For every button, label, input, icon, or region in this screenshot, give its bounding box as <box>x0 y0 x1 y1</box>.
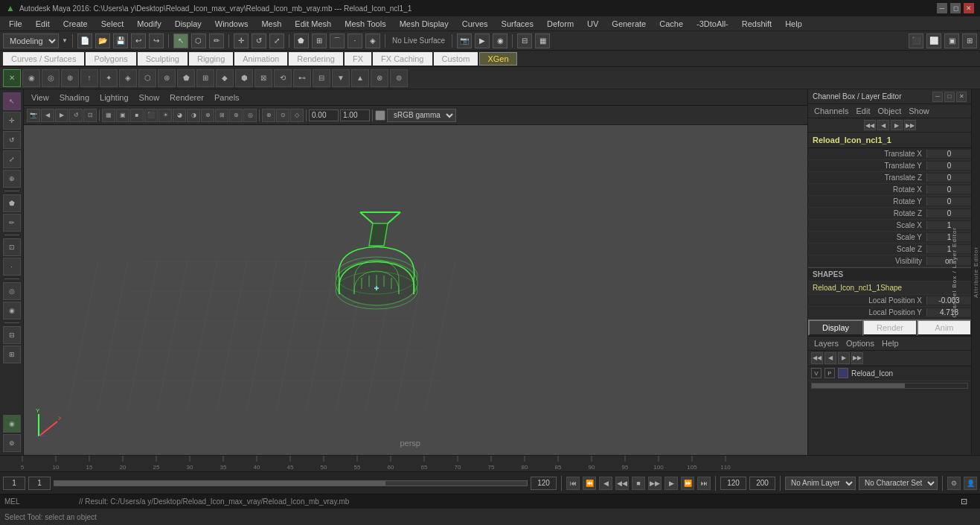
layer-nav-prev[interactable]: ◀ <box>824 352 836 364</box>
rotate-tool-left[interactable]: ↺ <box>3 131 21 149</box>
isolate-left[interactable]: ⊞ <box>3 346 21 363</box>
tool-icon-20[interactable]: ⊚ <box>390 69 408 87</box>
menu-select[interactable]: Select <box>95 18 130 30</box>
new-scene-btn[interactable]: 📄 <box>77 34 92 48</box>
tool-icon-14[interactable]: ⟲ <box>274 69 292 87</box>
tool-icon-1[interactable]: ◉ <box>22 69 40 87</box>
scale-tool-btn[interactable]: ⤢ <box>269 34 284 48</box>
paint-select-btn[interactable]: ✏ <box>209 34 224 48</box>
component-mask-left[interactable]: ◉ <box>3 302 21 319</box>
layer-scrollbar[interactable] <box>811 383 968 389</box>
tool-icon-8[interactable]: ⊛ <box>158 69 176 87</box>
scrollbar-thumb[interactable] <box>812 384 905 388</box>
menu-surfaces[interactable]: Surfaces <box>496 18 539 30</box>
menu-deform[interactable]: Deform <box>541 18 580 30</box>
viewport-canvas[interactable]: X Y Z persp <box>24 125 807 455</box>
stop-btn[interactable]: ■ <box>632 477 645 490</box>
tool-icon-11[interactable]: ◆ <box>216 69 234 87</box>
menu-modify[interactable]: Modify <box>131 18 167 30</box>
cb-scroll-left-btn[interactable]: ◀ <box>877 120 889 130</box>
camera-btn[interactable]: 📷 <box>457 34 472 48</box>
select-tool-left[interactable]: ↖ <box>3 92 21 110</box>
vp-pivot2-btn[interactable]: ⊙ <box>276 109 289 122</box>
vp-light-btn[interactable]: ☀ <box>158 109 172 122</box>
undo-btn[interactable]: ↩ <box>131 34 146 48</box>
gamma-swatch[interactable] <box>375 110 385 121</box>
vp-detail-btn[interactable]: ⊕ <box>201 109 214 122</box>
tab-fx[interactable]: FX <box>345 52 371 66</box>
tab-rendering[interactable]: Rendering <box>289 52 343 66</box>
mode-dropdown[interactable]: Modeling <box>3 34 59 48</box>
view-cube-left[interactable]: ⊡ <box>3 238 21 256</box>
attr-local-pos-x[interactable]: Local Position X -0.003 <box>808 295 971 307</box>
prev-key-btn[interactable]: ⏪ <box>583 477 596 490</box>
attr-value-rotatex[interactable]: 0 <box>926 185 971 194</box>
viewport-menu-renderer[interactable]: Renderer <box>165 93 208 102</box>
layout-btn-4[interactable]: ⊞ <box>962 34 977 48</box>
range-end-input[interactable] <box>720 477 746 490</box>
redo-btn[interactable]: ↪ <box>149 34 164 48</box>
attr-value-scalez[interactable]: 1 <box>926 245 971 253</box>
snap-surface-btn[interactable]: ◈ <box>365 34 380 48</box>
select-mask-left[interactable]: ◎ <box>3 282 21 300</box>
menu-cache[interactable]: Cache <box>653 18 689 30</box>
menu-windows[interactable]: Windows <box>209 18 254 30</box>
menu-display[interactable]: Display <box>169 18 208 30</box>
rotate-tool-btn[interactable]: ↺ <box>252 34 266 48</box>
cb-menu-channels[interactable]: Channels <box>811 106 851 116</box>
menu-3dtool[interactable]: -3DtoAll- <box>691 18 734 30</box>
attr-rotate-y[interactable]: Rotate Y 0 <box>808 196 971 208</box>
tool-icon-3[interactable]: ⊕ <box>61 69 79 87</box>
layer-nav-next[interactable]: ▶ <box>838 352 850 364</box>
tool-icon-2[interactable]: ◎ <box>42 69 60 87</box>
menu-uv[interactable]: UV <box>581 18 604 30</box>
layer-nav-first[interactable]: ◀◀ <box>811 352 823 364</box>
menu-create[interactable]: Create <box>57 18 94 30</box>
layout-btn-2[interactable]: ⬜ <box>926 34 941 48</box>
attr-translate-y[interactable]: Translate Y 0 <box>808 160 971 172</box>
open-scene-btn[interactable]: 📂 <box>95 34 110 48</box>
menu-edit[interactable]: Edit <box>30 18 56 30</box>
vp-btn-cycle[interactable]: ↺ <box>69 109 83 122</box>
tab-xgen[interactable]: XGen <box>479 52 516 66</box>
tool-icon-6[interactable]: ◈ <box>119 69 137 87</box>
cb-scroll-down-btn[interactable]: ▶▶ <box>904 120 916 130</box>
soft-select-left[interactable]: ⬟ <box>3 194 21 212</box>
go-start-btn[interactable]: ⏮ <box>566 477 580 490</box>
close-button[interactable]: ✕ <box>964 3 974 13</box>
attr-value-translatez[interactable]: 0 <box>926 174 971 182</box>
anim-prefs-btn[interactable]: ⚙ <box>947 477 961 490</box>
attr-value-scalex[interactable]: 1 <box>926 221 971 229</box>
next-frame-btn[interactable]: ▶ <box>664 477 678 490</box>
layout-btn-3[interactable]: ▣ <box>944 34 959 48</box>
attr-scale-x[interactable]: Scale X 1 <box>808 220 971 232</box>
attributes-scroll-area[interactable]: Translate X 0 Translate Y 0 Translate Z … <box>808 148 971 267</box>
menu-redshift[interactable]: Redshift <box>736 18 778 30</box>
tool-icon-12[interactable]: ⬢ <box>235 69 253 87</box>
frame-range-slider[interactable] <box>54 480 528 486</box>
viewport-menu-panels[interactable]: Panels <box>210 93 244 102</box>
layer-menu-options[interactable]: Options <box>843 338 877 349</box>
select-tool-btn[interactable]: ↖ <box>173 34 188 48</box>
cb-expand-btn[interactable]: □ <box>944 92 955 102</box>
vp-pivot3-btn[interactable]: ◇ <box>290 109 304 122</box>
tab-display[interactable]: Display <box>808 319 862 336</box>
vp-texture-btn[interactable]: ⬛ <box>144 109 158 122</box>
vp-wireframe-btn[interactable]: ▦ <box>102 109 115 122</box>
universal-tool-left[interactable]: ⊕ <box>3 170 21 188</box>
layer-visibility-btn[interactable]: V <box>811 368 822 378</box>
layer-playback-btn[interactable]: P <box>824 368 835 378</box>
vp-pivot-btn[interactable]: ⊗ <box>262 109 275 122</box>
translate-input[interactable] <box>309 109 339 121</box>
attr-local-pos-y[interactable]: Local Position Y 4.718 <box>808 307 971 319</box>
vp-btn-hud[interactable]: ⊡ <box>83 109 97 122</box>
tool-icon-4[interactable]: ↑ <box>80 69 98 87</box>
max-frame-input[interactable] <box>749 477 775 490</box>
viewport-menu-shading[interactable]: Shading <box>55 93 94 102</box>
tab-rigging[interactable]: Rigging <box>189 52 233 66</box>
attr-translate-x[interactable]: Translate X 0 <box>808 148 971 160</box>
start-frame-input[interactable] <box>3 477 25 490</box>
menu-mesh[interactable]: Mesh <box>255 18 287 30</box>
quick-layout-1[interactable]: ◉ <box>3 415 21 433</box>
menu-mesh-tools[interactable]: Mesh Tools <box>339 18 391 30</box>
